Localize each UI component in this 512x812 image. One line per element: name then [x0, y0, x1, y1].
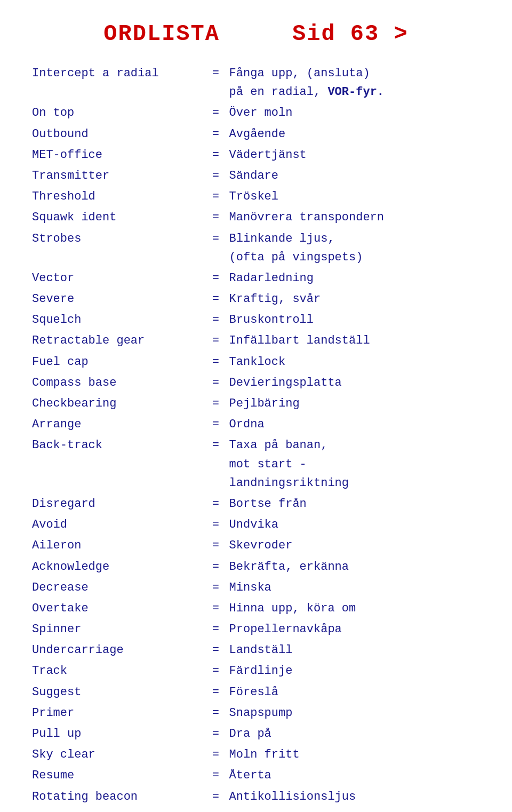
- swedish-translation: Tröskel: [229, 186, 480, 207]
- english-term: Back-track: [32, 435, 202, 493]
- equals-sign: =: [202, 414, 229, 435]
- english-term: Checkbearing: [32, 393, 202, 414]
- english-term: Decrease: [32, 577, 202, 598]
- swedish-translation: Blinkande ljus,(ofta på vingspets): [229, 228, 480, 268]
- title-page-number: Sid 63 >: [292, 21, 409, 47]
- swedish-translation: Kraftig, svår: [229, 289, 480, 309]
- swedish-translation: Bortse från: [229, 493, 480, 514]
- table-row: Checkbearing=Pejlbäring: [32, 393, 480, 414]
- table-row: Decrease=Minska: [32, 577, 480, 598]
- english-term: Fuel cap: [32, 352, 202, 372]
- page-header: ORDLISTA Sid 63 >: [32, 21, 480, 47]
- equals-sign: =: [202, 186, 229, 207]
- table-row: Vector=Radarledning: [32, 268, 480, 289]
- english-term: Squawk ident: [32, 207, 202, 228]
- equals-sign: =: [202, 765, 229, 786]
- table-row: Undercarriage=Landställ: [32, 640, 480, 660]
- equals-sign: =: [202, 640, 229, 660]
- english-term: Arrange: [32, 414, 202, 435]
- equals-sign: =: [202, 577, 229, 598]
- equals-sign: =: [202, 289, 229, 309]
- table-row: Squelch=Bruskontroll: [32, 309, 480, 330]
- swedish-translation: Bruskontroll: [229, 309, 480, 330]
- equals-sign: =: [202, 723, 229, 744]
- equals-sign: =: [202, 556, 229, 577]
- english-term: Overtake: [32, 598, 202, 619]
- equals-sign: =: [202, 393, 229, 414]
- table-row: Arrange=Ordna: [32, 414, 480, 435]
- equals-sign: =: [202, 165, 229, 186]
- table-row: Sky clear=Moln fritt: [32, 744, 480, 765]
- swedish-translation: Dra på: [229, 723, 480, 744]
- equals-sign: =: [202, 309, 229, 330]
- english-term: Sky clear: [32, 744, 202, 765]
- english-term: Squelch: [32, 309, 202, 330]
- swedish-translation: Vädertjänst: [229, 145, 480, 165]
- equals-sign: =: [202, 352, 229, 372]
- title-ordlista: ORDLISTA: [103, 21, 220, 47]
- swedish-translation: Devieringsplatta: [229, 372, 480, 393]
- equals-sign: =: [202, 145, 229, 165]
- english-term: Outbound: [32, 124, 202, 145]
- english-term: Tailwind: [32, 807, 202, 812]
- table-row: Transmitter=Sändare: [32, 165, 480, 186]
- equals-sign: =: [202, 786, 229, 807]
- equals-sign: =: [202, 330, 229, 351]
- swedish-translation: Avgående: [229, 124, 480, 145]
- table-row: Suggest=Föreslå: [32, 682, 480, 703]
- equals-sign: =: [202, 493, 229, 514]
- swedish-translation: Infällbart landställ: [229, 330, 480, 351]
- english-term: Track: [32, 660, 202, 681]
- english-term: Strobes: [32, 228, 202, 268]
- swedish-translation: Fånga upp, (ansluta)på en radial, VOR-fy…: [229, 63, 480, 102]
- equals-sign: =: [202, 207, 229, 228]
- english-term: Spinner: [32, 619, 202, 640]
- equals-sign: =: [202, 744, 229, 765]
- english-term: Avoid: [32, 514, 202, 535]
- english-term: Pull up: [32, 723, 202, 744]
- swedish-translation: Propellernavkåpa: [229, 619, 480, 640]
- table-row: Acknowledge=Bekräfta, erkänna: [32, 556, 480, 577]
- swedish-translation: Radarledning: [229, 268, 480, 289]
- english-term: MET-office: [32, 145, 202, 165]
- english-term: Threshold: [32, 186, 202, 207]
- swedish-translation: Föreslå: [229, 682, 480, 703]
- equals-sign: =: [202, 598, 229, 619]
- table-row: Fuel cap=Tanklock: [32, 352, 480, 372]
- english-term: Rotating beacon: [32, 786, 202, 807]
- english-term: Acknowledge: [32, 556, 202, 577]
- table-row: Primer=Snapspump: [32, 703, 480, 723]
- swedish-translation: Skevroder: [229, 535, 480, 556]
- swedish-translation: Tanklock: [229, 352, 480, 372]
- swedish-translation: Återta: [229, 765, 480, 786]
- equals-sign: =: [202, 268, 229, 289]
- swedish-translation: Färdlinje: [229, 660, 480, 681]
- swedish-translation: Snapspump: [229, 703, 480, 723]
- swedish-translation: Moln fritt: [229, 744, 480, 765]
- english-term: Retractable gear: [32, 330, 202, 351]
- table-row: Spinner=Propellernavkåpa: [32, 619, 480, 640]
- english-term: Vector: [32, 268, 202, 289]
- table-row: MET-office=Vädertjänst: [32, 145, 480, 165]
- swedish-translation: Minska: [229, 577, 480, 598]
- swedish-translation: Hinna upp, köra om: [229, 598, 480, 619]
- table-row: On top=Över moln: [32, 102, 480, 123]
- table-row: Overtake=Hinna upp, köra om: [32, 598, 480, 619]
- table-row: Track=Färdlinje: [32, 660, 480, 681]
- equals-sign: =: [202, 535, 229, 556]
- english-term: Aileron: [32, 535, 202, 556]
- equals-sign: =: [202, 660, 229, 681]
- english-term: Severe: [32, 289, 202, 309]
- table-row: Avoid=Undvika: [32, 514, 480, 535]
- table-row: Retractable gear=Infällbart landställ: [32, 330, 480, 351]
- table-row: Tailwind=Medvind: [32, 807, 480, 812]
- table-row: Intercept a radial=Fånga upp, (ansluta)p…: [32, 63, 480, 102]
- swedish-translation: Bekräfta, erkänna: [229, 556, 480, 577]
- english-term: Undercarriage: [32, 640, 202, 660]
- word-list-table: Intercept a radial=Fånga upp, (ansluta)p…: [32, 63, 480, 812]
- english-term: Compass base: [32, 372, 202, 393]
- swedish-translation: Taxa på banan,mot start -landningsriktni…: [229, 435, 480, 493]
- table-row: Rotating beacon=Antikollisionsljus: [32, 786, 480, 807]
- english-term: Suggest: [32, 682, 202, 703]
- table-row: Pull up=Dra på: [32, 723, 480, 744]
